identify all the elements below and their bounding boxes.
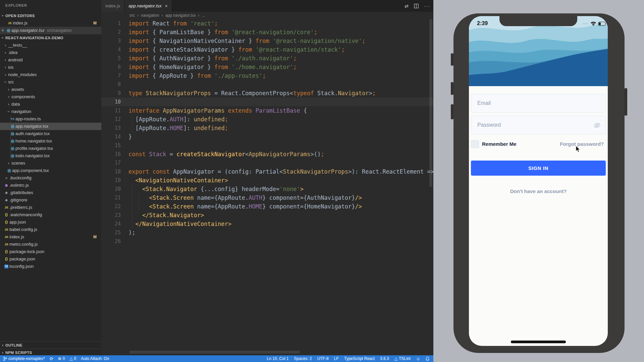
tree-item-index.js[interactable]: JSindex.jsM — [0, 233, 101, 241]
code-line-5[interactable]: 5import { AuthNavigator } from './auth.n… — [101, 54, 433, 63]
forgot-password-link[interactable]: Forgot password? — [560, 141, 604, 147]
code-line-19[interactable]: 19 <NavigationNativeContainer> — [101, 176, 433, 185]
tree-item-.idea[interactable]: ›.idea — [0, 49, 101, 56]
tree-item-android[interactable]: ›android — [0, 56, 101, 64]
status-item-tslint[interactable]: △TSLint — [394, 356, 411, 361]
tree-item-babel.config.js[interactable]: JSbabel.config.js — [0, 226, 101, 233]
code-line-24[interactable]: 24 </NavigationNativeContainer> — [101, 220, 433, 228]
password-field[interactable]: Password — [471, 116, 606, 134]
tree-item-.gitignore[interactable]: ◈.gitignore — [0, 196, 101, 204]
code-line-10[interactable]: 10 — [101, 98, 433, 106]
breadcrumb-item[interactable]: app.navigator.tsx — [165, 13, 196, 18]
status-item-0[interactable]: △0 — [69, 356, 76, 361]
status-item-smiley-icon[interactable]: ☺ — [416, 356, 420, 361]
tree-item-.gitattributes[interactable]: ◈.gitattributes — [0, 189, 101, 196]
tree-item-todo.navigator.tsx[interactable]: todo.navigator.tsx — [0, 152, 101, 160]
tree-item-.buckconfig[interactable]: ≡.buckconfig — [0, 174, 101, 182]
tree-item-profile.navigator.tsx[interactable]: profile.navigator.tsx — [0, 145, 101, 152]
open-editor-app.navigator.tsx[interactable]: ×app.navigator.tsxsrc/navigation — [0, 27, 101, 34]
code-line-18[interactable]: 18export const AppNavigator = (config: P… — [101, 167, 433, 176]
status-item-typescript-react[interactable]: TypeScript React — [344, 356, 375, 361]
switch-editors-icon[interactable]: ⇄ — [405, 3, 409, 9]
status-item-auto-attach-on[interactable]: Auto Attach: On — [81, 356, 109, 361]
code-line-15[interactable]: 15 — [101, 141, 433, 150]
breadcrumb-item[interactable]: ... — [202, 13, 205, 18]
tree-item-package-lock.json[interactable]: {}package-lock.json — [0, 248, 101, 255]
tree-item-package.json[interactable]: {}package.json — [0, 255, 101, 263]
code-line-26[interactable]: 26 — [101, 237, 433, 246]
status-item-spaces-2[interactable]: Spaces: 2 — [294, 356, 312, 361]
tree-root-folder[interactable]: › REACT-NAVIGATION-EX-DEMO — [0, 34, 101, 42]
eye-off-icon[interactable] — [593, 122, 601, 129]
status-item-3-6-3[interactable]: 3.6.3 — [380, 356, 389, 361]
tree-item-src[interactable]: ›src — [0, 78, 101, 86]
email-field[interactable]: Email — [471, 94, 606, 113]
tree-item-.watchmanconfig[interactable]: {}.watchmanconfig — [0, 211, 101, 219]
status-item-ln-10-col-1[interactable]: Ln 10, Col 1 — [267, 356, 289, 361]
code-line-11[interactable]: 11interface AppNavigatorParams extends P… — [101, 106, 433, 115]
code-line-22[interactable]: 22 <Stack.Screen name={AppRoute.HOME} co… — [101, 202, 433, 211]
tree-item-app.component.tsx[interactable]: app.component.tsx — [0, 167, 101, 174]
code-line-16[interactable]: 16const Stack = createStackNavigator<App… — [101, 150, 433, 159]
no-account-link[interactable]: Don't have an account? — [469, 188, 608, 194]
tree-item-.prettierrc.js[interactable]: JS.prettierrc.js — [0, 204, 101, 211]
code-line-2[interactable]: 2import { ParamListBase } from '@react-n… — [101, 28, 433, 37]
code-line-14[interactable]: 14} — [101, 132, 433, 141]
breadcrumb-item[interactable]: navigation — [141, 13, 159, 18]
status-item-0[interactable]: ⊗0 — [58, 356, 65, 361]
code-line-13[interactable]: 13 [AppRoute.HOME]: undefined; — [101, 124, 433, 132]
code-line-25[interactable]: 25); — [101, 228, 433, 237]
code-line-6[interactable]: 6import { HomeNavigator } from './home.n… — [101, 63, 433, 71]
outline-section[interactable]: › OUTLINE — [0, 341, 101, 349]
status-item-sync-icon[interactable]: ⟳ — [50, 356, 53, 361]
status-item-utf-8[interactable]: UTF-8 — [317, 356, 329, 361]
code-line-7[interactable]: 7import { AppRoute } from './app-routes'… — [101, 71, 433, 80]
tree-item-assets[interactable]: ›assets — [0, 86, 101, 93]
tree-item-app.navigator.tsx[interactable]: app.navigator.tsx — [0, 123, 101, 130]
tree-item-.eslintrc.js[interactable]: ◉.eslintrc.js — [0, 182, 101, 189]
code-line-12[interactable]: 12 [AppRoute.AUTH]: undefined; — [101, 115, 433, 124]
home-indicator[interactable] — [511, 341, 566, 343]
code-line-17[interactable]: 17 — [101, 159, 433, 167]
mouse-cursor — [576, 145, 581, 153]
open-editors-header[interactable]: › OPEN EDITORS — [0, 12, 101, 19]
more-actions-icon[interactable]: ··· — [424, 3, 430, 9]
close-icon[interactable]: × — [165, 3, 168, 9]
close-icon[interactable]: × — [0, 27, 5, 34]
open-editor-index.js[interactable]: JSindex.jsM — [0, 19, 101, 27]
code-line-3[interactable]: 3import { NavigationNativeContainer } fr… — [101, 37, 433, 45]
split-editor-icon[interactable] — [414, 4, 419, 8]
tree-item-home.navigator.tsx[interactable]: home.navigator.tsx — [0, 137, 101, 145]
tree-item-navigation[interactable]: ›navigation — [0, 108, 101, 115]
tree-item-__tests__[interactable]: ›__tests__ — [0, 42, 101, 49]
code-line-23[interactable]: 23 </Stack.Navigator> — [101, 211, 433, 220]
tree-item-components[interactable]: ›components — [0, 93, 101, 101]
tree-item-app-routes.ts[interactable]: TSapp-routes.ts — [0, 115, 101, 123]
tab-app-navigator[interactable]: app.navigator.tsx × — [124, 0, 172, 12]
tree-item-tsconfig.json[interactable]: TStsconfig.json — [0, 263, 101, 270]
breadcrumb[interactable]: src›navigation›app.navigator.tsx›... — [129, 12, 205, 19]
code-line-21[interactable]: 21 <Stack.Screen name={AppRoute.AUTH} co… — [101, 193, 433, 202]
status-item-lf[interactable]: LF — [334, 356, 339, 361]
horizontal-scrollbar[interactable] — [129, 351, 300, 354]
tree-item-ios[interactable]: ›ios — [0, 64, 101, 71]
status-item-bell-icon[interactable] — [426, 357, 429, 361]
vertical-scrollbar[interactable] — [429, 19, 432, 187]
tree-item-scenes[interactable]: ›scenes — [0, 160, 101, 167]
code-line-9[interactable]: 9type StackNavigatorProps = React.Compon… — [101, 89, 433, 98]
chevron-right-icon: › — [3, 49, 8, 56]
tree-item-auth.navigator.tsx[interactable]: auth.navigator.tsx — [0, 130, 101, 137]
remember-me-checkbox[interactable] — [471, 140, 479, 148]
breadcrumb-item[interactable]: src — [129, 13, 135, 18]
code-line-8[interactable]: 8 — [101, 80, 433, 89]
tree-item-app.json[interactable]: {}app.json — [0, 219, 101, 226]
code-line-20[interactable]: 20 <Stack.Navigator {...config} headerMo… — [101, 185, 433, 193]
tree-item-data[interactable]: ›data — [0, 101, 101, 108]
tree-item-metro.config.js[interactable]: JSmetro.config.js — [0, 241, 101, 248]
tree-item-node_modules[interactable]: ›node_modules — [0, 71, 101, 78]
tab-index-js[interactable]: index.js — [101, 0, 124, 12]
sign-in-button[interactable]: SIGN IN — [471, 161, 606, 176]
code-line-1[interactable]: 1import React from 'react'; — [101, 19, 433, 28]
code-line-4[interactable]: 4import { createStackNavigator } from '@… — [101, 45, 433, 54]
status-item-complete-exmaples-[interactable]: complete-exmaples* — [3, 356, 45, 361]
